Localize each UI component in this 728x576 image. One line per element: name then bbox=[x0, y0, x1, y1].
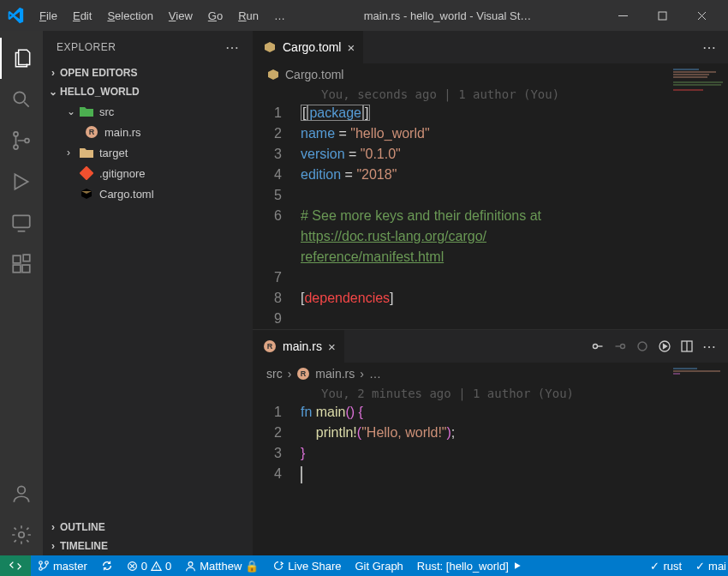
source-control-icon[interactable] bbox=[0, 120, 43, 161]
vscode-logo-icon bbox=[7, 7, 24, 24]
svg-rect-15 bbox=[80, 166, 93, 180]
menu-overflow[interactable]: … bbox=[267, 6, 292, 26]
activity-bar bbox=[0, 31, 43, 555]
settings-gear-icon[interactable] bbox=[0, 514, 43, 555]
breadcrumb-bottom[interactable]: src › R main.rs › … bbox=[253, 363, 728, 385]
project-section[interactable]: ⌄ HELLO_WORLD bbox=[43, 82, 253, 101]
svg-text:R: R bbox=[267, 342, 273, 351]
split-editor-icon[interactable] bbox=[680, 339, 694, 355]
svg-point-11 bbox=[18, 486, 26, 494]
chevron-right-icon: › bbox=[288, 367, 292, 381]
cargo-file-icon bbox=[79, 186, 94, 201]
svg-point-12 bbox=[19, 532, 25, 538]
tree-file-gitignore[interactable]: › .gitignore bbox=[43, 163, 253, 183]
folder-src-icon bbox=[79, 104, 94, 119]
tail-label: mai bbox=[708, 560, 726, 573]
text-cursor bbox=[301, 466, 302, 483]
run-file-icon[interactable] bbox=[658, 339, 671, 355]
git-blame-bottom: You, 2 minutes ago | 1 author (You) bbox=[253, 385, 728, 402]
menu-file[interactable]: File bbox=[33, 6, 64, 26]
breadcrumb-item: … bbox=[369, 367, 381, 381]
open-editors-label: OPEN EDITORS bbox=[60, 67, 137, 79]
outline-section[interactable]: › OUTLINE bbox=[43, 518, 253, 537]
editor-area: Cargo.toml × ⋯ Cargo.toml You, seconds a… bbox=[253, 31, 728, 555]
tree-file-cargotoml[interactable]: › Cargo.toml bbox=[43, 183, 253, 204]
status-branch[interactable]: master bbox=[31, 555, 94, 576]
window-controls bbox=[603, 0, 721, 31]
minimap-top[interactable] bbox=[673, 69, 725, 94]
error-count: 0 bbox=[141, 560, 147, 573]
close-tab-icon[interactable]: × bbox=[347, 40, 355, 55]
svg-text:R: R bbox=[89, 128, 95, 136]
lock-icon: 🔒 bbox=[245, 560, 259, 573]
tree-file-mainrs[interactable]: R main.rs bbox=[43, 122, 253, 142]
search-icon[interactable] bbox=[0, 79, 43, 120]
editor-more-icon[interactable]: ⋯ bbox=[702, 339, 716, 355]
rust-label: Rust: [hello_world] bbox=[417, 560, 509, 573]
svg-point-3 bbox=[14, 132, 18, 136]
status-rust-analyzer[interactable]: Rust: [hello_world] bbox=[410, 555, 529, 576]
timeline-label: TIMELINE bbox=[60, 540, 108, 552]
tree-folder-src[interactable]: ⌄ src bbox=[43, 101, 253, 122]
svg-text:R: R bbox=[301, 369, 307, 378]
svg-point-5 bbox=[25, 139, 29, 143]
svg-rect-0 bbox=[618, 15, 628, 16]
timeline-section[interactable]: › TIMELINE bbox=[43, 537, 253, 555]
menu-view[interactable]: View bbox=[162, 6, 200, 26]
tree-label: src bbox=[99, 105, 114, 118]
svg-rect-7 bbox=[13, 255, 21, 263]
menu-run[interactable]: Run bbox=[231, 6, 266, 26]
editor-more-icon[interactable]: ⋯ bbox=[702, 39, 716, 56]
breadcrumb-top[interactable]: Cargo.toml bbox=[253, 63, 728, 86]
status-tail[interactable]: ✓ mai bbox=[689, 555, 728, 576]
go-back-icon[interactable] bbox=[591, 339, 605, 355]
status-sync[interactable] bbox=[94, 555, 120, 576]
accounts-icon[interactable] bbox=[0, 473, 43, 514]
project-name: HELLO_WORLD bbox=[60, 86, 140, 98]
menu-edit[interactable]: Edit bbox=[66, 6, 98, 26]
open-editors-section[interactable]: › OPEN EDITORS bbox=[43, 63, 253, 82]
close-button[interactable] bbox=[682, 0, 721, 31]
svg-rect-8 bbox=[13, 265, 21, 273]
maximize-button[interactable] bbox=[642, 0, 682, 31]
breadcrumb-item: Cargo.toml bbox=[285, 68, 343, 81]
remote-indicator[interactable] bbox=[0, 555, 31, 576]
sidebar-more-icon[interactable]: ⋯ bbox=[225, 39, 240, 56]
svg-point-27 bbox=[45, 561, 49, 565]
history-icon[interactable] bbox=[636, 339, 649, 355]
status-lang[interactable]: ✓ rust bbox=[643, 555, 689, 576]
svg-rect-10 bbox=[23, 255, 30, 261]
sidebar-title: EXPLORER bbox=[57, 41, 116, 53]
extensions-icon[interactable] bbox=[0, 243, 43, 285]
tab-cargotoml[interactable]: Cargo.toml × bbox=[253, 31, 363, 63]
chevron-right-icon: › bbox=[46, 540, 60, 552]
menu-selection[interactable]: Selection bbox=[100, 6, 159, 26]
file-tree: ⌄ src R main.rs › target › .gitignore › bbox=[43, 101, 253, 518]
minimize-button[interactable] bbox=[603, 0, 642, 31]
status-gitgraph[interactable]: Git Graph bbox=[349, 555, 410, 576]
menu-go[interactable]: Go bbox=[201, 6, 230, 26]
warning-count: 0 bbox=[165, 560, 171, 573]
minimap-bottom[interactable] bbox=[673, 368, 725, 393]
svg-point-20 bbox=[638, 342, 647, 351]
editor-mainrs[interactable]: 1fn main() { 2 println!("Hello, world!")… bbox=[253, 402, 728, 484]
user-name: Matthew bbox=[200, 560, 242, 573]
svg-point-25 bbox=[39, 561, 43, 565]
go-forward-icon[interactable] bbox=[613, 339, 627, 355]
svg-point-4 bbox=[14, 145, 18, 149]
svg-rect-1 bbox=[659, 12, 666, 20]
status-liveshare[interactable]: Live Share bbox=[266, 555, 348, 576]
remote-explorer-icon[interactable] bbox=[0, 202, 43, 243]
tree-folder-target[interactable]: › target bbox=[43, 142, 253, 163]
tree-label: main.rs bbox=[104, 126, 141, 139]
close-tab-icon[interactable]: × bbox=[328, 339, 336, 354]
explorer-icon[interactable] bbox=[0, 38, 43, 79]
status-user[interactable]: Matthew 🔒 bbox=[178, 555, 266, 576]
editor-cargo[interactable]: 1[package] 2name = "hello_world" 3versio… bbox=[253, 103, 728, 329]
run-debug-icon[interactable] bbox=[0, 161, 43, 202]
status-problems[interactable]: 0 0 bbox=[120, 555, 178, 576]
tab-mainrs[interactable]: R main.rs × bbox=[253, 330, 344, 363]
editor-group-bottom: R main.rs × ⋯ src › R main.rs bbox=[253, 330, 728, 555]
tab-bar-bottom: R main.rs × ⋯ bbox=[253, 330, 728, 363]
breadcrumb-item: main.rs bbox=[315, 367, 355, 381]
